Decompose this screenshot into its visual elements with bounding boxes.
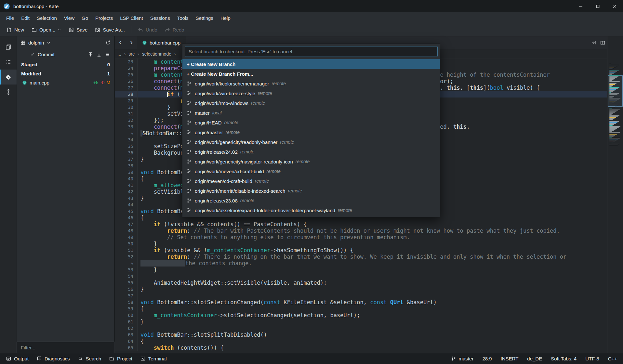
branch-item[interactable]: origin/meven/cd-craft-buildremote — [182, 176, 440, 186]
minimap-line — [609, 92, 611, 93]
push-icon[interactable] — [88, 52, 93, 57]
menu-help[interactable]: Help — [217, 12, 234, 23]
code-line-text: return; // The bar with PasteContents sh… — [138, 228, 560, 234]
open-folder-button[interactable]: Open... — [28, 25, 65, 35]
encoding[interactable]: UTF-8 — [585, 356, 599, 361]
branch-filter-input[interactable] — [185, 46, 438, 57]
code-line[interactable]: 50 } — [115, 240, 607, 247]
code-line[interactable]: 51 if (visible && !m_contentsContainer->… — [115, 247, 607, 254]
statusbar-terminal-button[interactable]: Terminal — [136, 353, 171, 364]
code-line[interactable]: 56} — [115, 286, 607, 292]
menu-lsp-client[interactable]: LSP Client — [116, 12, 147, 23]
pull-icon[interactable] — [96, 52, 102, 57]
refresh-icon[interactable] — [105, 40, 111, 46]
line-number: 35 — [115, 143, 138, 150]
code-line[interactable]: 55 AnimatedHeightWidget::setVisible(visi… — [115, 280, 607, 286]
menu-tools[interactable]: Tools — [174, 12, 192, 23]
sidebar-tab-commits[interactable] — [0, 84, 17, 99]
minimap-line — [609, 113, 613, 114]
save-as-button[interactable]: Save As... — [91, 25, 128, 35]
move-splitter-icon[interactable] — [591, 40, 597, 46]
branch-item[interactable]: origin/work/genericity/readonly-bannerre… — [182, 137, 440, 147]
undo-button[interactable]: Undo — [134, 25, 161, 35]
tab-bottombar[interactable]: bottombar.cpp — [137, 36, 186, 49]
menu-selection[interactable]: Selection — [33, 12, 60, 23]
statusbar-diagnostics-button[interactable]: Diagnostics — [33, 353, 74, 364]
filter-input[interactable] — [17, 342, 114, 353]
branch-item[interactable]: origin/release/23.08remote — [182, 196, 440, 205]
code-line[interactable]: 59{ — [115, 306, 607, 312]
statusbar-search-button[interactable]: Search — [74, 353, 105, 364]
tab-width-setting[interactable]: Soft Tabs: 4 — [551, 356, 577, 361]
menu-projects[interactable]: Projects — [92, 12, 116, 23]
menu-view[interactable]: View — [60, 12, 78, 23]
code-line-wrap[interactable]: ↪the contents change. — [115, 260, 607, 266]
menu-edit[interactable]: Edit — [18, 12, 33, 23]
code-line[interactable]: 63void BottomBar::slotSplitTabDisabled() — [115, 332, 607, 338]
staged-section[interactable]: Staged 0 — [17, 60, 114, 69]
branch-item[interactable]: origin/work/win-breeze-styleremote — [182, 88, 440, 98]
branch-item[interactable]: origin/work/genericity/navigator-readonl… — [182, 157, 440, 166]
redo-button[interactable]: Redo — [161, 25, 188, 35]
git-menu-icon[interactable] — [105, 52, 110, 57]
code-line[interactable]: 53 } — [115, 266, 607, 273]
branch-item[interactable]: origin/release/24.02remote — [182, 147, 440, 157]
line-number: 51 — [115, 247, 138, 254]
branch-item[interactable]: origin/work/akselmo/expand-folder-on-hov… — [182, 205, 440, 215]
branch-item[interactable]: origin/work/meven/cd-craft-buildremote — [182, 166, 440, 176]
menu-file[interactable]: File — [3, 12, 18, 23]
menu-go[interactable]: Go — [78, 12, 92, 23]
maximize-button[interactable] — [589, 0, 606, 12]
close-button[interactable] — [606, 0, 623, 12]
code-line[interactable]: 47 if (!visible && contents() == PasteCo… — [115, 221, 607, 228]
code-line[interactable]: 60 m_contentsContainer->slotSelectionCha… — [115, 312, 607, 318]
modified-section[interactable]: Modified 1 — [17, 69, 114, 78]
branch-item[interactable]: origin/masterremote — [182, 127, 440, 137]
sidebar-tab-documents[interactable] — [0, 40, 17, 55]
breadcrumb-item[interactable]: src — [128, 51, 135, 57]
code-line[interactable]: 58void BottomBar::slotSelectionChanged(c… — [115, 299, 607, 306]
menu-settings[interactable]: Settings — [192, 12, 217, 23]
forward-button[interactable]: › — [126, 36, 137, 49]
git-branch-indicator[interactable]: master — [451, 356, 474, 361]
sidebar-tab-git[interactable] — [0, 70, 17, 84]
code-line[interactable]: 54 — [115, 273, 607, 280]
menu-sessions[interactable]: Sessions — [147, 12, 174, 23]
code-line[interactable]: 48 return; // The bar with PasteContents… — [115, 228, 607, 234]
dictionary[interactable]: de_DE — [527, 356, 542, 361]
branch-type: remote — [240, 149, 255, 154]
branch-item[interactable]: origin/HEADremote — [182, 118, 440, 127]
sidebar-tab-projects[interactable] — [0, 55, 17, 70]
project-selector[interactable]: dolphin — [28, 40, 44, 46]
split-view-icon[interactable] — [600, 40, 605, 46]
chevron-down-icon[interactable] — [46, 41, 51, 45]
cursor-position[interactable]: 28:9 — [482, 356, 492, 361]
code-line[interactable]: 62 — [115, 325, 607, 332]
branch-action-item[interactable]: + Create New Branch — [182, 59, 440, 69]
code-line[interactable]: 65 switch (contents()) { — [115, 344, 607, 351]
code-line[interactable]: 57 — [115, 292, 607, 299]
code-line[interactable]: 61} — [115, 318, 607, 325]
branch-item[interactable]: masterlocal — [182, 108, 440, 118]
highlight-mode[interactable]: C++ — [608, 356, 617, 361]
branch-item[interactable]: origin/work/kcolorschememanagerremote — [182, 79, 440, 88]
commit-button[interactable]: Commit — [21, 52, 55, 57]
breadcrumb-item[interactable]: ... — [117, 51, 121, 57]
input-mode[interactable]: INSERT — [501, 356, 519, 361]
git-file-row[interactable]: main.cpp+5-0M — [17, 78, 114, 87]
save-button[interactable]: Save — [65, 25, 91, 35]
back-button[interactable]: ‹ — [115, 36, 126, 49]
code-line[interactable]: 52 return; // There is nothing on the ba… — [115, 254, 607, 260]
statusbar-output-button[interactable]: Output — [2, 353, 33, 364]
new-document-button[interactable]: New — [3, 25, 28, 35]
minimap-scrollbar[interactable] — [607, 36, 623, 353]
minimap-line — [609, 145, 618, 145]
statusbar-project-button[interactable]: Project — [105, 353, 136, 364]
minimize-button[interactable] — [572, 0, 589, 12]
code-line[interactable]: 64{ — [115, 338, 607, 344]
branch-item[interactable]: origin/work/rmb-windowsremote — [182, 98, 440, 108]
branch-item[interactable]: origin/work/merritt/disable-indexed-sear… — [182, 186, 440, 196]
branch-action-item[interactable]: + Create New Branch From... — [182, 69, 440, 79]
breadcrumb-item[interactable]: selectionmode — [142, 51, 171, 57]
code-line[interactable]: 49 // Set contents to anything else to c… — [115, 234, 607, 240]
